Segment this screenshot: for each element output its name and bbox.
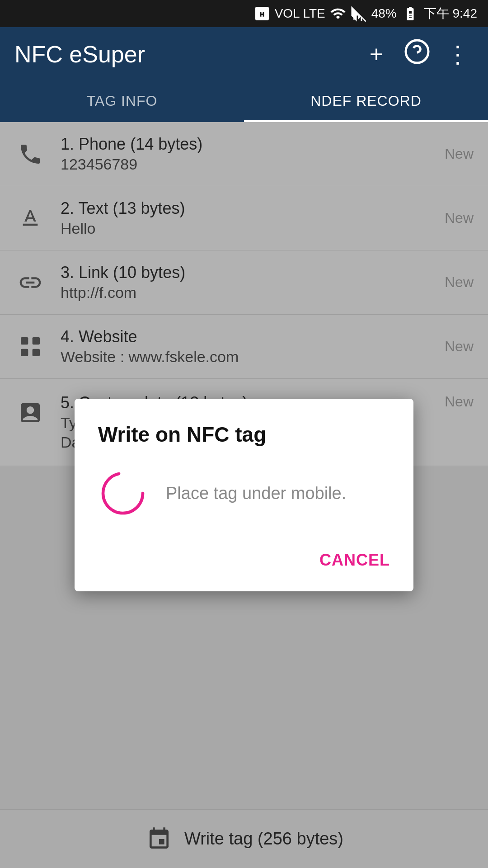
battery-icon [401, 5, 419, 22]
nfc-icon [254, 5, 270, 22]
tab-bar: TAG INFO NDEF RECORD [0, 81, 488, 122]
add-button[interactable]: + [361, 41, 392, 68]
dialog-body: Place tag under mobile. [98, 468, 390, 518]
signal-icon [351, 5, 367, 22]
dialog-message: Place tag under mobile. [166, 484, 346, 503]
tab-ndef-record[interactable]: NDEF RECORD [244, 81, 488, 122]
main-content: 1. Phone (14 bytes) 123456789 New 2. Tex… [0, 122, 488, 868]
battery-text: 48% [371, 6, 397, 21]
more-options-button[interactable]: ⋮ [442, 41, 474, 68]
cancel-button[interactable]: CANCEL [319, 545, 390, 575]
lte-indicator: VOL LTE [275, 6, 325, 21]
svg-point-6 [103, 473, 143, 513]
status-icons: VOL LTE 48% 下午 9:42 [254, 5, 477, 22]
dialog-title: Write on NFC tag [98, 422, 390, 447]
write-nfc-dialog: Write on NFC tag Place tag under mobile.… [75, 399, 413, 591]
tab-tag-info[interactable]: TAG INFO [0, 81, 244, 122]
help-button[interactable] [401, 38, 433, 71]
dialog-actions: CANCEL [98, 545, 390, 575]
app-bar: NFC eSuper + ⋮ [0, 27, 488, 81]
wifi-icon [330, 5, 346, 22]
status-bar: VOL LTE 48% 下午 9:42 [0, 0, 488, 27]
app-title: NFC eSuper [14, 41, 352, 68]
loading-spinner [98, 468, 148, 518]
time-display: 下午 9:42 [424, 5, 477, 22]
